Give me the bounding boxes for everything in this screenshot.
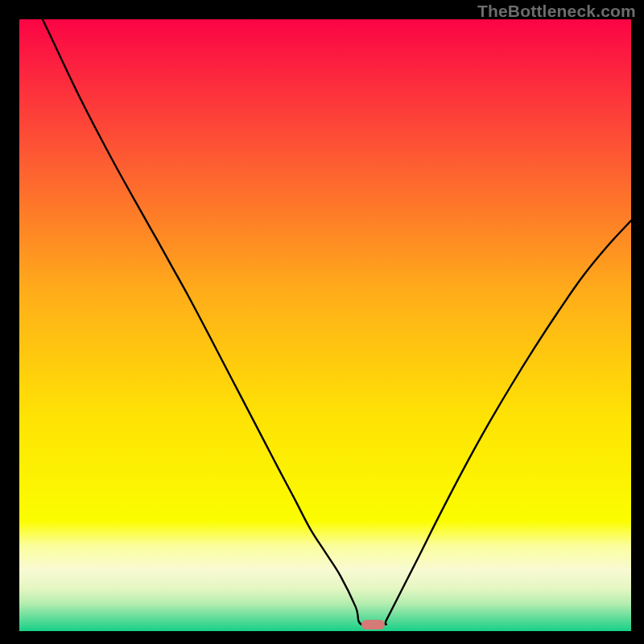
chart-frame: TheBottleneck.com	[0, 0, 644, 644]
bottleneck-curve	[19, 19, 631, 631]
plot-area	[19, 19, 631, 631]
watermark-text: TheBottleneck.com	[477, 2, 636, 21]
optimal-point-marker	[361, 620, 385, 630]
